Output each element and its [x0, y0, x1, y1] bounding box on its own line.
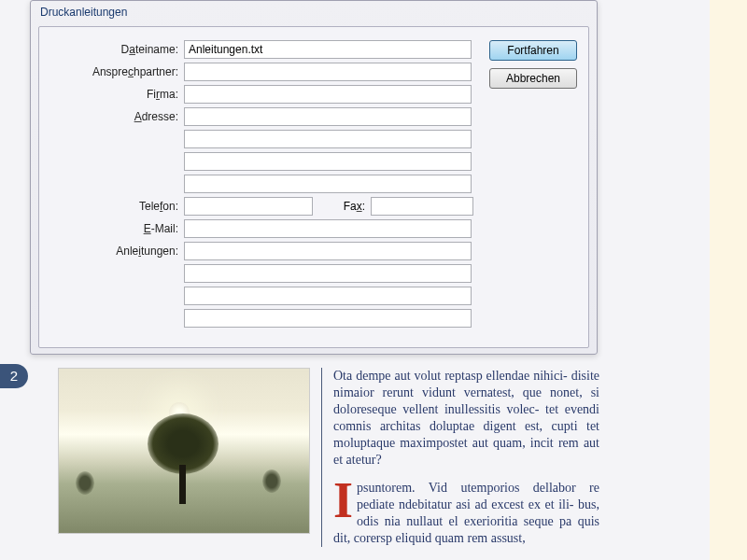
address-field-3[interactable]: [184, 152, 472, 171]
form-area: Dateiname: Ansprechpartner: Firma: Adres…: [49, 40, 478, 328]
article-photo: [58, 368, 310, 534]
button-column: Fortfahren Abbrechen: [489, 40, 577, 96]
cancel-button[interactable]: Abbrechen: [489, 68, 577, 89]
phone-label: Telefon:: [49, 200, 184, 213]
instructions-field-4[interactable]: [184, 309, 472, 328]
article-content: Ota dempe aut volut reptasp ellendae nih…: [58, 368, 599, 547]
company-field[interactable]: [184, 85, 472, 104]
instructions-field-2[interactable]: [184, 264, 472, 283]
side-margin: [710, 0, 747, 560]
fax-label: Fax:: [313, 200, 371, 213]
email-label: E-Mail:: [49, 222, 184, 235]
tree-icon: [148, 413, 218, 502]
contact-field[interactable]: [184, 63, 472, 81]
tree-small-icon: [76, 471, 94, 495]
phone-field[interactable]: [184, 197, 313, 216]
article-paragraph-1: Ota dempe aut volut reptasp ellendae nih…: [333, 368, 599, 469]
column-divider: [321, 368, 322, 547]
fax-field[interactable]: [371, 197, 473, 216]
instructions-field-1[interactable]: [184, 242, 472, 260]
page-number-badge: 2: [0, 364, 28, 388]
continue-button[interactable]: Fortfahren: [489, 40, 577, 61]
article-text: Ota dempe aut volut reptasp ellendae nih…: [333, 368, 599, 547]
drop-cap: I: [333, 480, 357, 521]
address-field-4[interactable]: [184, 175, 472, 193]
filename-field[interactable]: [184, 40, 472, 59]
article-paragraph-2: Ipsuntorem. Vid utemporios dellabor re p…: [333, 480, 599, 547]
filename-label: Dateiname:: [49, 43, 184, 56]
address-label: Adresse:: [49, 110, 184, 123]
address-field-2[interactable]: [184, 130, 472, 148]
company-label: Firma:: [49, 88, 184, 101]
dialog-title: Druckanleitungen: [31, 1, 597, 26]
contact-label: Ansprechpartner:: [49, 65, 184, 78]
email-field[interactable]: [184, 219, 472, 238]
tree-small-icon: [262, 469, 281, 493]
dialog-body: Dateiname: Ansprechpartner: Firma: Adres…: [38, 26, 589, 348]
address-field-1[interactable]: [184, 107, 472, 126]
print-instructions-dialog: Druckanleitungen Dateiname: Ansprechpart…: [30, 0, 598, 355]
instructions-field-3[interactable]: [184, 287, 472, 305]
instructions-label: Anleitungen:: [49, 245, 184, 258]
